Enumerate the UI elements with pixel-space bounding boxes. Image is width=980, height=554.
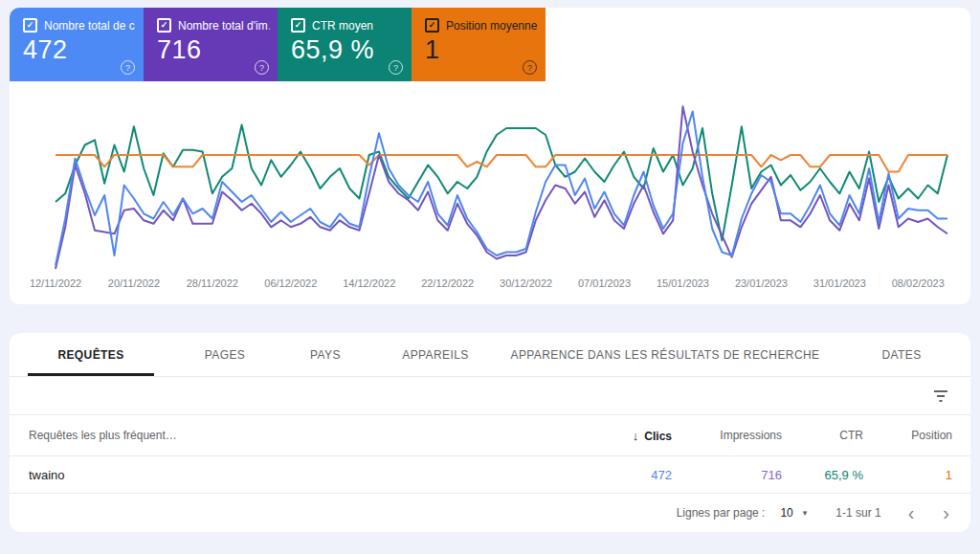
x-axis-tick-label: 14/12/2022	[343, 277, 395, 289]
column-header-ctr[interactable]: CTR	[782, 429, 863, 442]
metric-cards: ✓ Nombre total de c… 472 ? ✓ Nombre tota…	[10, 8, 970, 81]
help-icon[interactable]: ?	[255, 60, 269, 75]
caret-down-icon: ▾	[803, 508, 808, 518]
filter-icon[interactable]	[932, 389, 949, 403]
tab-requetes[interactable]: REQUÊTES	[10, 333, 172, 376]
chart-lines	[10, 81, 970, 282]
primary-column-header: Requêtes les plus fréquent…	[29, 429, 567, 442]
query-cell[interactable]: twaino	[29, 468, 567, 482]
tab-apparence-resultats-recherche[interactable]: APPARENCE DANS LES RÉSULTATS DE RECHERCH…	[498, 333, 833, 376]
active-tab-underline	[28, 373, 155, 376]
x-axis-tick-label: 08/02/2023	[892, 277, 945, 289]
checkbox-checked-icon[interactable]: ✓	[291, 18, 305, 33]
x-axis-tick-label: 12/11/2022	[30, 277, 81, 289]
column-header-position[interactable]: Position	[863, 429, 952, 442]
x-axis-tick-label: 22/12/2022	[421, 277, 474, 289]
metric-label: Nombre total de c…	[44, 19, 136, 33]
chart-line-clics	[56, 112, 947, 266]
rows-per-page-label: Lignes par page :	[677, 506, 766, 520]
metric-label-row: ✓ Nombre total d'im…	[157, 18, 270, 33]
metric-label-row: ✓ CTR moyen	[291, 18, 404, 33]
metric-value: 716	[157, 35, 270, 65]
x-axis-tick-label: 30/12/2022	[500, 277, 552, 289]
previous-page-button[interactable]: ‹	[902, 503, 921, 522]
table-header-row: Requêtes les plus fréquent… ↓Clics Impre…	[10, 415, 970, 456]
pagination-range-label: 1-1 sur 1	[835, 506, 880, 520]
tab-dates[interactable]: DATES	[833, 333, 970, 376]
x-axis-tick-label: 06/12/2022	[264, 277, 317, 289]
x-axis-tick-label: 20/11/2022	[108, 277, 160, 289]
next-page-button[interactable]: ›	[937, 503, 955, 522]
metric-value: 65,9 %	[291, 35, 404, 65]
metric-label: Position moyenne	[446, 19, 537, 33]
x-axis-tick-label: 31/01/2023	[813, 277, 866, 289]
metric-value: 1	[425, 35, 538, 65]
x-axis-tick-label: 23/01/2023	[735, 277, 788, 289]
checkbox-checked-icon[interactable]: ✓	[23, 18, 37, 33]
checkbox-checked-icon[interactable]: ✓	[157, 18, 171, 33]
metric-label-row: ✓ Position moyenne	[425, 18, 538, 33]
rows-per-page-select[interactable]: 10 ▾	[780, 506, 807, 520]
tab-pages[interactable]: PAGES	[172, 333, 278, 376]
column-header-clics[interactable]: ↓Clics	[567, 429, 672, 443]
checkbox-checked-icon[interactable]: ✓	[425, 18, 439, 33]
metric-label: CTR moyen	[312, 19, 373, 33]
ctr-value: 65,9 %	[782, 468, 863, 482]
table-footer: Lignes par page : 10 ▾ 1-1 sur 1 ‹ ›	[10, 494, 970, 532]
impressions-value: 716	[672, 468, 782, 482]
help-icon[interactable]: ?	[389, 60, 403, 75]
position-value: 1	[863, 468, 952, 482]
column-header-impressions[interactable]: Impressions	[672, 429, 782, 442]
metric-card-average-position[interactable]: ✓ Position moyenne 1 ?	[412, 8, 546, 81]
sort-desc-icon: ↓	[633, 429, 639, 443]
x-axis-tick-label: 15/01/2023	[657, 277, 709, 289]
performance-chart: 12/11/202220/11/202228/11/202206/12/2022…	[10, 81, 970, 304]
x-axis-tick-label: 28/11/2022	[187, 277, 238, 289]
tab-appareils[interactable]: APPAREILS	[373, 333, 498, 376]
help-icon[interactable]: ?	[121, 60, 135, 75]
metric-card-total-clicks[interactable]: ✓ Nombre total de c… 472 ?	[10, 8, 144, 81]
search-console-performance-page: ✓ Nombre total de c… 472 ? ✓ Nombre tota…	[0, 0, 980, 554]
clics-value: 472	[567, 468, 672, 482]
chart-line-position	[56, 155, 947, 172]
metric-label-row: ✓ Nombre total de c…	[23, 18, 136, 33]
queries-table-card: REQUÊTES PAGES PAYS APPAREILS APPARENCE …	[10, 333, 970, 532]
metric-card-total-impressions[interactable]: ✓ Nombre total d'im… 716 ?	[144, 8, 278, 81]
filter-row	[10, 377, 970, 415]
metric-card-average-ctr[interactable]: ✓ CTR moyen 65,9 % ?	[278, 8, 412, 81]
performance-summary-card: ✓ Nombre total de c… 472 ? ✓ Nombre tota…	[10, 8, 970, 304]
x-axis-tick-label: 07/01/2023	[578, 277, 631, 289]
help-icon[interactable]: ?	[523, 60, 537, 75]
chart-line-ctr	[56, 125, 947, 241]
metric-value: 472	[23, 35, 136, 65]
table-row: twaino 472 716 65,9 % 1	[10, 456, 970, 494]
metric-label: Nombre total d'im…	[178, 19, 270, 33]
chart-x-axis-labels: 12/11/202220/11/202228/11/202206/12/2022…	[10, 277, 970, 293]
dimension-tabs: REQUÊTES PAGES PAYS APPAREILS APPARENCE …	[10, 333, 970, 377]
tab-pays[interactable]: PAYS	[278, 333, 373, 376]
